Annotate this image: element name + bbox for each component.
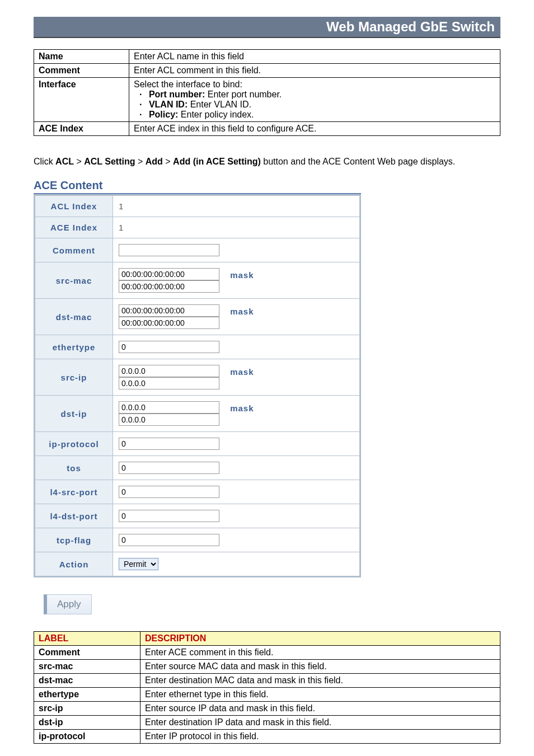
interface-item-bold: VLAN ID: [149, 100, 188, 109]
mask-label: mask [230, 307, 254, 316]
comment-input[interactable] [119, 244, 219, 256]
interface-desc: Select the interface to bind: [134, 79, 242, 89]
param-desc: Enter destination MAC data and mask in t… [140, 674, 500, 688]
param-desc: Enter source MAC data and mask in this f… [140, 660, 500, 674]
param-table-1: Name Enter ACL name in this field Commen… [34, 49, 500, 136]
src-mac-input[interactable] [119, 268, 219, 280]
table-row: dst-ip mask [35, 396, 360, 432]
table-row: ethertype [35, 335, 360, 359]
ethertype-input[interactable] [119, 341, 219, 353]
table-row: l4-src-port [35, 480, 360, 504]
table-row: CommentEnter ACE comment in this field. [34, 646, 500, 660]
ethertype-label: ethertype [35, 335, 113, 359]
param-desc: Enter ethernet type in this field. [140, 688, 500, 702]
dst-mac-label: dst-mac [35, 299, 113, 335]
dst-mac-mask-input[interactable] [119, 317, 219, 329]
param-desc: Enter source IP data and mask in this fi… [140, 702, 500, 716]
dst-ip-mask-input[interactable] [119, 414, 219, 426]
mask-label: mask [230, 367, 254, 377]
src-ip-label: src-ip [35, 359, 113, 396]
label-header: LABEL [34, 632, 140, 646]
l4-dst-port-label: l4-dst-port [35, 504, 113, 528]
table-row: Interface Select the interface to bind: … [34, 78, 500, 122]
src-ip-mask-input[interactable] [119, 377, 219, 389]
table-row: src-ipEnter source IP data and mask in t… [34, 702, 500, 716]
table-row: Comment Enter ACL comment in this field. [34, 64, 500, 78]
src-mac-mask-input[interactable] [119, 280, 219, 293]
param-desc: Enter ACE index in this field to configu… [129, 122, 500, 136]
param-label: dst-ip [34, 716, 140, 730]
src-mac-label: src-mac [35, 262, 113, 299]
param-label: src-mac [34, 660, 140, 674]
table-row: dst-ipEnter destination IP data and mask… [34, 716, 500, 730]
table-row: ethertypeEnter ethernet type in this fie… [34, 688, 500, 702]
table-row: src-macEnter source MAC data and mask in… [34, 660, 500, 674]
interface-item-rest: Enter port number. [205, 90, 282, 99]
param-label: Name [34, 50, 129, 64]
param-desc: Enter ACL name in this field [129, 50, 500, 64]
param-label: Interface [34, 78, 129, 122]
ip-protocol-label: ip-protocol [35, 432, 113, 456]
acl-index-value: 1 [113, 195, 360, 217]
param-label: dst-mac [34, 674, 140, 688]
param-desc: Enter IP protocol in this field. [140, 730, 500, 744]
table-row: ACL Index 1 [35, 195, 360, 217]
table-row: ACE Index Enter ACE index in this field … [34, 122, 500, 136]
tos-input[interactable] [119, 462, 219, 474]
apply-button[interactable]: Apply [44, 594, 92, 614]
param-desc: Enter ACE comment in this field. [140, 646, 500, 660]
param-label: Comment [34, 64, 129, 78]
table-row: Comment [35, 238, 360, 262]
table-row: tcp-flag [35, 528, 360, 552]
table-row: ACE Index 1 [35, 217, 360, 238]
src-ip-input[interactable] [119, 365, 219, 377]
table-header-row: LABEL DESCRIPTION [34, 632, 500, 646]
table-row: Action Permit [35, 552, 360, 577]
param-table-2: LABEL DESCRIPTION CommentEnter ACE comme… [34, 631, 500, 744]
table-row: tos [35, 456, 360, 480]
page-header: Web Managed GbE Switch [34, 17, 500, 38]
table-row: dst-macEnter destination MAC data and ma… [34, 674, 500, 688]
param-label: ACE Index [34, 122, 129, 136]
param-desc: Enter ACL comment in this field. [129, 64, 500, 78]
table-row: ip-protocol [35, 432, 360, 456]
ace-content-table: ACL Index 1 ACE Index 1 Comment src-mac … [34, 194, 361, 577]
comment-label: Comment [35, 238, 113, 262]
dst-ip-label: dst-ip [35, 396, 113, 432]
l4-src-port-label: l4-src-port [35, 480, 113, 504]
ip-protocol-input[interactable] [119, 438, 219, 450]
param-desc: Enter destination IP data and mask in th… [140, 716, 500, 730]
mask-label: mask [230, 270, 254, 280]
param-label: Comment [34, 646, 140, 660]
tos-label: tos [35, 456, 113, 480]
action-label: Action [35, 552, 113, 577]
acl-index-label: ACL Index [35, 195, 113, 217]
param-desc: Select the interface to bind: Port numbe… [129, 78, 500, 122]
l4-src-port-input[interactable] [119, 486, 219, 498]
table-row: l4-dst-port [35, 504, 360, 528]
param-label: ip-protocol [34, 730, 140, 744]
description-header: DESCRIPTION [140, 632, 500, 646]
tcp-flag-label: tcp-flag [35, 528, 113, 552]
instruction-text: Click ACL > ACL Setting > Add > Add (in … [34, 153, 500, 171]
table-row: src-ip mask [35, 359, 360, 396]
table-row: dst-mac mask [35, 299, 360, 335]
param-label: ethertype [34, 688, 140, 702]
table-row: ip-protocolEnter IP protocol in this fie… [34, 730, 500, 744]
tcp-flag-input[interactable] [119, 534, 219, 546]
ace-index-label: ACE Index [35, 217, 113, 238]
interface-item-bold: Port number: [149, 90, 205, 99]
interface-item-rest: Enter policy index. [178, 110, 254, 119]
table-row: src-mac mask [35, 262, 360, 299]
action-select[interactable]: Permit [119, 558, 158, 570]
dst-mac-input[interactable] [119, 304, 219, 317]
interface-item-bold: Policy: [149, 110, 178, 119]
param-label: src-ip [34, 702, 140, 716]
l4-dst-port-input[interactable] [119, 510, 219, 522]
table-row: Name Enter ACL name in this field [34, 50, 500, 64]
interface-item-rest: Enter VLAN ID. [188, 100, 251, 109]
ace-content-title: ACE Content [34, 179, 361, 194]
mask-label: mask [230, 403, 254, 413]
ace-index-value: 1 [113, 217, 360, 238]
dst-ip-input[interactable] [119, 401, 219, 414]
